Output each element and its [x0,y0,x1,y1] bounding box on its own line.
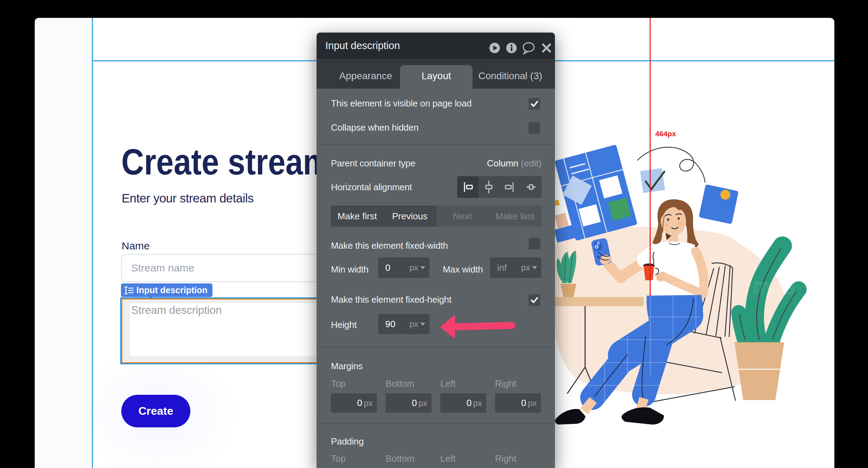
svg-text:dreamstime: dreamstime [583,274,805,299]
